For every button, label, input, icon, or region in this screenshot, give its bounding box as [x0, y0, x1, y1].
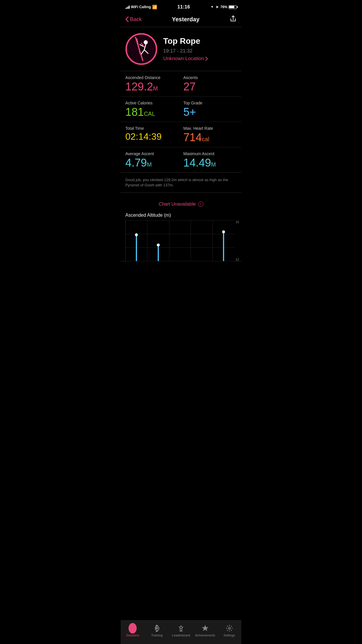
stats-row-2: Active Calories 181CAL Top Grade 5+: [121, 97, 241, 122]
chart-gridline-base: [126, 261, 234, 261]
share-button[interactable]: [230, 15, 237, 23]
top-grade-label: Top Grade: [183, 101, 237, 105]
status-right: ➤ 76%: [210, 5, 237, 9]
back-label: Back: [130, 16, 142, 22]
ascents-value: 27: [183, 81, 237, 92]
chart-dot-1: [135, 233, 138, 236]
heart-rate-value: 714cal: [183, 132, 237, 143]
total-time-label: Total Time: [125, 126, 179, 131]
chart-unavailable-notice: Chart Unavailable i: [121, 199, 241, 213]
calories-value: 181CAL: [125, 106, 179, 118]
calories-label: Active Calories: [125, 101, 179, 105]
svg-point-3: [144, 40, 148, 44]
chart-bars: [126, 220, 234, 261]
y-axis-labels: 15 12: [234, 220, 241, 261]
page-title: Yesterday: [172, 16, 200, 23]
svg-point-1: [126, 34, 157, 64]
chart-dot-5: [222, 230, 225, 233]
max-ascent-value: 14.49M: [183, 157, 237, 168]
activity-icon: [125, 33, 157, 65]
stat-ascended-distance: Ascended Distance 129.2M: [125, 75, 179, 92]
chart-bar-5: [223, 232, 224, 261]
stat-avg-ascent: Average Ascent 4.79M: [125, 151, 179, 168]
stat-heart-rate: Max. Heart Rate 714cal: [183, 126, 237, 143]
top-grade-value: 5+: [183, 106, 237, 118]
chart-column-4: [191, 220, 213, 261]
location-button[interactable]: Unknown Location: [163, 56, 237, 62]
activity-time: 19:17 - 21:32: [163, 48, 237, 54]
chart-column-2: [147, 220, 169, 261]
activity-header: Top Rope 19:17 - 21:32 Unknown Location: [121, 27, 241, 71]
heart-rate-label: Max. Heart Rate: [183, 126, 237, 131]
chart-bar-2: [158, 245, 159, 261]
chart-column-5: [213, 220, 234, 261]
stats-section: Ascended Distance 129.2M Ascents 27 Acti…: [121, 71, 241, 173]
chart-unavailable-label: Chart Unavailable: [159, 202, 196, 207]
location-text: Unknown Location: [163, 56, 204, 62]
stats-row-1: Ascended Distance 129.2M Ascents 27: [121, 71, 241, 97]
stat-ascents: Ascents 27: [183, 75, 237, 92]
battery-percentage: 76%: [220, 5, 227, 9]
chart-column-1: [126, 220, 147, 261]
chart-column-3: [169, 220, 191, 261]
chart-container: [125, 220, 234, 261]
status-bar: WiFi Calling 📶 11:16 ➤ 76%: [121, 0, 241, 13]
chart-bar-1: [136, 235, 137, 261]
stats-row-3: Total Time 02:14:39 Max. Heart Rate 714c…: [121, 122, 241, 147]
avg-ascent-label: Average Ascent: [125, 151, 179, 156]
wifi-icon: 📶: [152, 5, 157, 9]
battery-indicator: 76%: [220, 5, 237, 9]
battery-icon: [229, 5, 237, 9]
location-icon: [210, 5, 214, 9]
location-arrow-icon: ➤: [216, 5, 219, 9]
stats-row-4: Average Ascent 4.79M Maximum Ascent 14.4…: [121, 147, 241, 172]
signal-bars: [125, 5, 130, 9]
activity-name: Top Rope: [163, 36, 237, 46]
chart-title: Ascended Altitude (m): [125, 213, 241, 218]
tip-section: Good job, you climbed 129.2m which is al…: [121, 173, 241, 193]
chart-unavailable-text: Chart Unavailable i: [125, 202, 237, 207]
y-label-12: 12: [236, 258, 240, 261]
ascents-label: Ascents: [183, 75, 237, 80]
stat-max-ascent: Maximum Ascent 14.49M: [183, 151, 237, 168]
status-left: WiFi Calling 📶: [125, 5, 157, 9]
ascended-distance-value: 129.2M: [125, 81, 179, 92]
max-ascent-label: Maximum Ascent: [183, 151, 237, 156]
tip-text: Good job, you climbed 129.2m which is al…: [125, 177, 237, 188]
stat-top-grade: Top Grade 5+: [183, 101, 237, 118]
carrier-label: WiFi Calling: [131, 5, 151, 9]
chart-dot-2: [157, 244, 160, 246]
clock: 11:16: [178, 4, 190, 10]
chart-section: Chart Unavailable i Ascended Altitude (m…: [121, 193, 241, 261]
ascended-distance-label: Ascended Distance: [125, 75, 179, 80]
avg-ascent-value: 4.79M: [125, 157, 179, 168]
y-label-15: 15: [236, 220, 240, 224]
info-icon[interactable]: i: [198, 202, 203, 207]
activity-info: Top Rope 19:17 - 21:32 Unknown Location: [163, 36, 237, 62]
nav-bar: Back Yesterday: [121, 13, 241, 27]
back-button[interactable]: Back: [125, 16, 142, 22]
chart-area: Ascended Altitude (m): [121, 213, 241, 261]
stat-calories: Active Calories 181CAL: [125, 101, 179, 118]
total-time-value: 02:14:39: [125, 132, 179, 141]
stat-total-time: Total Time 02:14:39: [125, 126, 179, 143]
